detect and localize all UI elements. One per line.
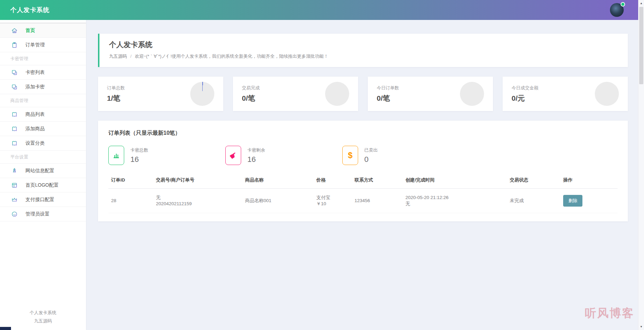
clipboard-icon (11, 42, 18, 48)
main-content: 个人发卡系统 九五源码 / 欢迎ｰ(*｀∀´*)ノ亻!使用个人发卡系统，我们的系… (86, 20, 638, 330)
sidebar-footer: 个人发卡系统 九五源码 (0, 309, 86, 325)
dollar-icon: $ (342, 146, 358, 165)
mini-stat-label: 已卖出 (364, 147, 378, 153)
delete-button[interactable]: 删除 (563, 195, 582, 207)
hand-pointer-icon: ☛ (225, 146, 241, 165)
bottom-left-artifact (0, 327, 11, 330)
sidebar-item-label: 添加卡密 (25, 84, 45, 90)
table-header-row: 订单ID 交易号/商户订单号 商品名称 价格 联系方式 创建/完成时间 交易状态… (108, 172, 618, 189)
mini-stat-label: 卡密剩余 (247, 147, 265, 153)
sidebar-section-products: 商品管理 (0, 94, 86, 107)
stat-label: 今日成交金额 (512, 85, 538, 91)
mini-stat-value: 16 (247, 155, 265, 164)
scroll-down-button[interactable]: ▼ (638, 325, 644, 328)
table-row: 28 无 20204202112159 商品名称001 支付宝 ￥10 1234… (108, 189, 618, 213)
sidebar-section-cards: 卡密管理 (0, 52, 86, 65)
mini-stat-sold: $ 已卖出 0 (342, 146, 459, 165)
col-header-status: 交易状态 (507, 172, 560, 189)
sidebar-divider (0, 20, 86, 23)
stat-card-today-orders: 今日订单数 0/笔 (368, 77, 493, 111)
donut-chart (595, 82, 619, 106)
sidebar-item-add-product[interactable]: 添加商品 (0, 122, 86, 136)
welcome-card: 个人发卡系统 九五源码 / 欢迎ｰ(*｀∀´*)ノ亻!使用个人发卡系统，我们的系… (98, 34, 628, 67)
scroll-up-button[interactable]: ▲ (638, 2, 644, 5)
col-header-action: 操作 (560, 172, 618, 189)
scrollbar-thumb[interactable] (639, 7, 643, 84)
mini-stats-row: 卡密总数 16 ☛ 卡密剩余 16 $ 已卖出 0 (108, 146, 618, 165)
stat-label: 订单总数 (107, 85, 125, 91)
price-method: 支付宝 (316, 195, 349, 201)
stat-label: 交易完成 (242, 85, 260, 91)
footer-line1: 个人发卡系统 (0, 309, 86, 317)
copy-icon (11, 84, 18, 90)
mini-stat-label: 卡密总数 (130, 147, 148, 153)
copy-icon (11, 69, 18, 76)
bar-chart-icon (108, 146, 124, 165)
cell-order-id: 28 (108, 189, 153, 213)
trade-line2: 20204202112159 (156, 201, 239, 207)
donut-chart (460, 82, 484, 106)
sidebar-item-payment-config[interactable]: 支付接口配置 (0, 192, 86, 207)
sidebar-item-add-card[interactable]: 添加卡密 (0, 80, 86, 94)
cell-price: 支付宝 ￥10 (313, 189, 352, 213)
home-icon (11, 27, 18, 34)
sidebar-item-admin-settings[interactable]: 管理员设置 (0, 207, 86, 221)
cell-contact: 123456 (352, 189, 402, 213)
donut-chart (190, 82, 214, 106)
sidebar-item-site-info[interactable]: 网站信息配置 (0, 164, 86, 178)
breadcrumb: 九五源码 (109, 54, 127, 59)
sidebar-item-label: 支付接口配置 (25, 197, 54, 203)
sidebar-section-platform: 平台设置 (0, 151, 86, 164)
sidebar-item-label: 卡密列表 (25, 69, 45, 76)
sidebar-item-label: 网站信息配置 (25, 168, 54, 174)
cell-time: 2020-05-20 21:12:26 无 (402, 189, 507, 213)
breadcrumb-separator: / (130, 54, 132, 59)
sidebar-item-label: 添加商品 (25, 126, 45, 132)
col-header-time: 创建/完成时间 (402, 172, 507, 189)
sidebar-item-logo-config[interactable]: 首页LOGO配置 (0, 178, 86, 192)
col-header-contact: 联系方式 (352, 172, 402, 189)
sidebar-item-label: 设置分类 (25, 140, 45, 146)
price-amount: ￥10 (316, 201, 349, 207)
sidebar-item-product-list[interactable]: 商品列表 (0, 107, 86, 122)
stat-label: 今日订单数 (377, 85, 399, 91)
trade-line1: 无 (156, 195, 239, 201)
orders-table: 订单ID 交易号/商户订单号 商品名称 价格 联系方式 创建/完成时间 交易状态… (108, 172, 618, 213)
stat-value: 0/笔 (242, 94, 260, 103)
mini-stat-value: 16 (130, 155, 148, 164)
book-icon (11, 125, 18, 132)
sidebar-item-orders[interactable]: 订单管理 (0, 38, 86, 52)
cell-trade-no: 无 20204202112159 (153, 189, 242, 213)
stat-value: 0/元 (512, 94, 538, 103)
time-completed: 无 (405, 201, 504, 207)
welcome-title: 个人发卡系统 (109, 40, 618, 50)
col-header-price: 价格 (313, 172, 352, 189)
book-icon (11, 140, 18, 147)
mini-stat-card-total: 卡密总数 16 (108, 146, 225, 165)
col-header-product: 商品名称 (242, 172, 313, 189)
mini-stat-value: 0 (364, 155, 378, 164)
stat-card-today-amount: 今日成交金额 0/元 (503, 77, 628, 111)
scrollbar[interactable]: ▲ ▼ (638, 0, 644, 330)
mini-stat-card-remaining: ☛ 卡密剩余 16 (225, 146, 342, 165)
sidebar-item-card-list[interactable]: 卡密列表 (0, 65, 86, 80)
sidebar-item-label: 管理员设置 (25, 211, 50, 217)
sidebar-item-home[interactable]: 首页 (0, 23, 86, 38)
stat-card-total-orders: 订单总数 1/笔 (98, 77, 223, 111)
dollar-glyph: $ (348, 151, 352, 160)
stats-row: 订单总数 1/笔 交易完成 0/笔 今日订单数 0/笔 今日成交金额 0/元 (98, 77, 628, 111)
layout-icon (11, 182, 18, 189)
sidebar-item-label: 首页 (25, 28, 35, 34)
col-header-order-id: 订单ID (108, 172, 153, 189)
crown-icon (11, 196, 18, 203)
welcome-subtitle: 九五源码 / 欢迎ｰ(*｀∀´*)ノ亻!使用个人发卡系统，我们的系统全新美化，功… (109, 53, 618, 59)
sidebar-item-set-category[interactable]: 设置分类 (0, 136, 86, 151)
smiley-icon (11, 211, 18, 218)
sidebar: 首页 订单管理 卡密管理 卡密列表 添加卡密 商品管理 商品列表 添加商品 设置… (0, 20, 86, 330)
sidebar-item-label: 商品列表 (25, 111, 45, 118)
status-badge: 未完成 (507, 189, 560, 213)
user-avatar[interactable] (610, 3, 624, 17)
cell-action: 删除 (560, 189, 618, 213)
footer-line2: 九五源码 (0, 317, 86, 325)
time-created: 2020-05-20 21:12:26 (405, 195, 504, 201)
